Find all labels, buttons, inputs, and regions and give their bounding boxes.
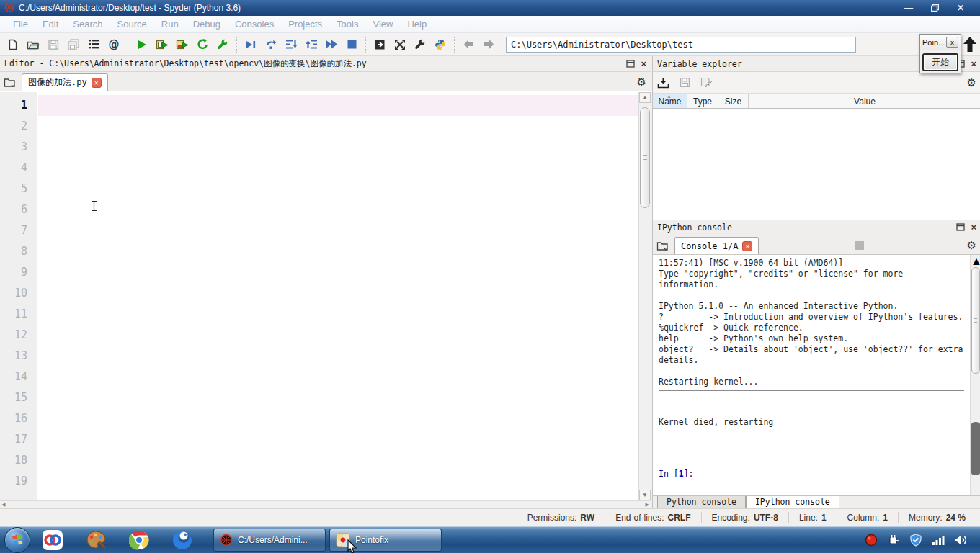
column-type[interactable]: Type (687, 94, 718, 108)
line-number: 8 (0, 241, 37, 262)
step-into-icon[interactable] (281, 35, 301, 54)
symbol-finder-icon[interactable]: @ (104, 35, 124, 54)
close-pane-icon[interactable]: × (971, 222, 976, 232)
menu-edit[interactable]: Edit (35, 17, 66, 31)
quicklaunch-app-icon[interactable] (40, 529, 65, 551)
fullscreen-icon[interactable] (390, 35, 410, 54)
tab-close-icon[interactable]: ✕ (742, 241, 752, 251)
save-data-as-icon[interactable] (700, 77, 713, 89)
editor-vertical-scrollbar[interactable]: ▲ ▼ (638, 92, 651, 500)
save-icon[interactable] (43, 35, 63, 54)
column-name[interactable]: ▲ Name (653, 94, 687, 108)
column-size[interactable]: Size (718, 94, 749, 108)
menu-file[interactable]: File (6, 17, 35, 31)
minimize-button[interactable]: — (899, 2, 918, 14)
file-switcher-icon[interactable] (84, 35, 104, 54)
working-directory-input[interactable] (506, 37, 856, 53)
variable-table-body[interactable] (653, 109, 980, 196)
editor-text-area[interactable]: 1 2 3 4 5 6 7 8 9 10 11 12 13 14 15 16 1 (0, 92, 651, 508)
console-output-area[interactable]: 11:57:41) [MSC v.1900 64 bit (AMD64)] Ty… (653, 255, 970, 495)
tab-ipython-console[interactable]: IPython console (746, 496, 839, 508)
volume-tray-icon[interactable] (954, 534, 967, 546)
power-plug-tray-icon[interactable] (887, 534, 900, 547)
taskbar-window-pointofix[interactable]: Pointofix (329, 529, 442, 552)
back-icon[interactable] (458, 35, 478, 54)
tab-close-icon[interactable]: ✕ (92, 78, 102, 88)
chrome-icon[interactable] (127, 529, 151, 551)
start-button[interactable] (4, 527, 30, 553)
browse-tabs-icon[interactable] (0, 73, 19, 91)
menu-search[interactable]: Search (66, 17, 110, 31)
menu-consoles[interactable]: Consoles (228, 17, 281, 31)
maximize-pane-icon[interactable] (370, 35, 390, 54)
run-icon[interactable] (132, 35, 152, 54)
stop-debug-icon[interactable] (342, 35, 362, 54)
new-file-icon[interactable] (3, 35, 23, 54)
run-cell-advance-icon[interactable] (172, 35, 192, 54)
forward-icon[interactable] (478, 35, 499, 54)
menu-debug[interactable]: Debug (186, 17, 228, 31)
configure-icon[interactable] (213, 35, 233, 54)
editor-horizontal-scrollbar[interactable]: ◀ ▶ (0, 500, 651, 508)
scroll-left-arrow[interactable]: ◀ (1, 502, 5, 508)
paint-app-icon[interactable] (84, 529, 108, 551)
taskbar-window-spyder[interactable]: C:/Users/Admini... (213, 529, 326, 552)
console-tab-active[interactable]: Console 1/A ✕ (674, 237, 759, 254)
overlay-scroll-thumb[interactable] (971, 422, 980, 475)
save-all-icon[interactable] (63, 35, 84, 54)
import-data-icon[interactable] (657, 77, 669, 89)
recording-tray-icon[interactable] (865, 534, 878, 547)
menu-help[interactable]: Help (400, 17, 434, 31)
editor-tab-active[interactable]: 图像的加法.py ✕ (22, 73, 108, 91)
sort-ascending-icon: ▲ (667, 94, 672, 99)
scroll-up-arrow[interactable]: ▲ (971, 255, 980, 267)
debug-icon[interactable] (241, 35, 261, 54)
menu-tools[interactable]: Tools (329, 17, 365, 31)
console-scroll-thumb[interactable] (971, 267, 980, 374)
pointofix-title-bar[interactable]: Poin... x (920, 35, 961, 50)
menu-projects[interactable]: Projects (281, 17, 329, 31)
security-shield-tray-icon[interactable] (909, 534, 922, 547)
step-return-icon[interactable] (301, 35, 321, 54)
python-path-icon[interactable] (430, 35, 450, 54)
line-number: 6 (0, 199, 37, 220)
menu-view[interactable]: View (365, 17, 400, 31)
open-file-icon[interactable] (23, 35, 43, 54)
rerun-icon[interactable] (192, 35, 213, 54)
line-number: 19 (0, 471, 37, 492)
scroll-up-arrow[interactable]: ▲ (639, 92, 651, 103)
tab-python-console[interactable]: Python console (657, 496, 746, 508)
scroll-down-arrow[interactable]: ▼ (639, 490, 651, 500)
close-button[interactable]: ✕ (951, 2, 970, 14)
step-over-icon[interactable] (261, 35, 281, 54)
current-line-highlight (38, 95, 638, 116)
browse-tabs-icon[interactable] (653, 237, 672, 254)
console-prompt[interactable]: In [1]: (659, 469, 970, 480)
close-pane-icon[interactable]: × (641, 59, 646, 68)
undock-icon[interactable] (956, 223, 965, 231)
save-data-icon[interactable] (680, 77, 690, 88)
network-signal-tray-icon[interactable] (932, 534, 945, 546)
close-pane-icon[interactable]: × (971, 59, 976, 68)
browser-swirl-icon[interactable] (170, 529, 195, 551)
preferences-wrench-icon[interactable] (410, 35, 430, 54)
menu-run[interactable]: Run (154, 17, 186, 31)
run-cell-icon[interactable] (152, 35, 172, 54)
pointofix-start-button[interactable]: 开始 (922, 53, 958, 71)
editor-tab-bar: 图像的加法.py ✕ ⚙ (0, 72, 651, 91)
status-column: Column:1 (837, 512, 898, 523)
up-directory-icon[interactable] (963, 36, 977, 53)
scroll-right-arrow[interactable]: ▶ (646, 502, 649, 508)
editor-options-gear-icon[interactable]: ⚙ (637, 76, 646, 89)
undock-icon[interactable] (626, 60, 635, 68)
interrupt-kernel-icon[interactable] (855, 240, 865, 251)
console-options-gear-icon[interactable]: ⚙ (967, 239, 976, 252)
editor-scroll-thumb[interactable] (640, 107, 650, 208)
pointofix-close-icon[interactable]: x (946, 37, 958, 48)
console-vertical-scrollbar[interactable]: ▲ ▼ (970, 255, 980, 495)
restore-button[interactable] (925, 2, 944, 14)
continue-icon[interactable] (321, 35, 342, 54)
variable-explorer-gear-icon[interactable]: ⚙ (967, 76, 976, 89)
column-value[interactable]: Value (749, 94, 980, 108)
menu-source[interactable]: Source (110, 17, 154, 31)
